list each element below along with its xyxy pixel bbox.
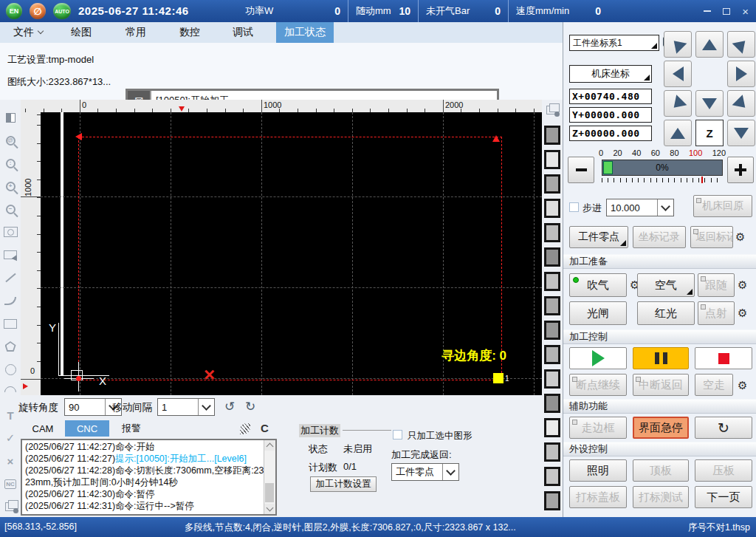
z-up-button[interactable] bbox=[664, 120, 692, 146]
maximize-icon[interactable] bbox=[723, 8, 730, 15]
layer-swatch-10[interactable] bbox=[544, 345, 560, 364]
log-tab-报警[interactable]: 报警 bbox=[109, 420, 154, 437]
work-zero-button[interactable]: 工件零点 bbox=[569, 226, 628, 248]
pause-button[interactable] bbox=[633, 347, 689, 369]
layer-swatch-6[interactable] bbox=[544, 247, 560, 267]
layer-swatch-4[interactable] bbox=[544, 199, 560, 218]
jog-right-button[interactable] bbox=[727, 61, 755, 87]
mark-cover-button[interactable]: 打标盖板 bbox=[569, 486, 627, 508]
log-tab-CAM[interactable]: CAM bbox=[21, 420, 65, 437]
resume-breakpoint-button[interactable]: 断点继续 bbox=[569, 374, 627, 396]
layer-swatch-8[interactable] bbox=[544, 296, 560, 315]
draw-rect-icon[interactable] bbox=[0, 313, 21, 334]
draw-line-icon[interactable] bbox=[0, 267, 21, 288]
menu-item-4[interactable]: 数控 bbox=[176, 22, 203, 43]
feather-icon[interactable] bbox=[240, 423, 250, 434]
chevron-down-icon[interactable] bbox=[442, 464, 458, 480]
menu-item-2[interactable]: 绘图 bbox=[68, 22, 94, 43]
chevron-down-icon[interactable] bbox=[657, 199, 673, 216]
mark-test-button[interactable]: 打标测试 bbox=[633, 486, 689, 508]
layer-swatch-2[interactable] bbox=[544, 150, 560, 169]
zoom-window-icon[interactable] bbox=[0, 222, 21, 242]
move-step-select[interactable]: 1 bbox=[157, 398, 215, 416]
next-page-button[interactable]: 下一页 bbox=[695, 486, 752, 508]
log-tab-CNC[interactable]: CNC bbox=[65, 420, 109, 437]
chevron-down-icon[interactable] bbox=[198, 399, 214, 415]
machine-coord-button[interactable]: 机床坐标 bbox=[569, 65, 652, 83]
gear-icon[interactable]: ⚙ bbox=[738, 279, 747, 290]
gear-icon[interactable]: ⚙ bbox=[735, 231, 745, 242]
rotate-ccw-cube-icon[interactable]: ↺ bbox=[224, 399, 235, 414]
minimize-icon[interactable] bbox=[704, 10, 711, 12]
follow-button[interactable]: 跟随 bbox=[698, 273, 735, 297]
machine-home-button[interactable]: 机床回原 bbox=[693, 195, 752, 217]
step-value-select[interactable]: 10.000 bbox=[606, 199, 674, 216]
jog-down-right-button[interactable] bbox=[727, 90, 755, 117]
layer-swatch-13[interactable] bbox=[544, 418, 560, 437]
scrollbar-thumb[interactable] bbox=[265, 483, 274, 502]
speed-slider[interactable]: 0% bbox=[602, 160, 723, 176]
layer-swatch-11[interactable] bbox=[544, 369, 560, 389]
gear-icon[interactable]: ⚙ bbox=[738, 380, 747, 391]
speed-plus-button[interactable] bbox=[727, 157, 754, 183]
no-entry-badge-icon[interactable]: ∅ bbox=[30, 3, 46, 19]
ui-emergency-stop-button[interactable]: 界面急停 bbox=[633, 417, 689, 439]
menu-item-5[interactable]: 调试 bbox=[230, 22, 256, 43]
zoom-object-icon[interactable]: @ bbox=[0, 130, 21, 151]
dry-run-button[interactable]: 空走 bbox=[695, 374, 733, 396]
jog-left-button[interactable] bbox=[664, 61, 692, 87]
layer-swatch-3[interactable] bbox=[544, 174, 560, 194]
shutter-button[interactable]: 光闸 bbox=[569, 301, 627, 325]
draw-polygon-icon[interactable] bbox=[0, 336, 21, 357]
layers-icon[interactable] bbox=[546, 106, 557, 114]
layer-swatch-14[interactable] bbox=[544, 442, 560, 462]
step-checkbox[interactable] bbox=[569, 202, 579, 212]
layer-swatch-12[interactable] bbox=[544, 394, 560, 413]
zoom-all-icon[interactable]: : bbox=[0, 153, 21, 174]
jog-up-left-button[interactable] bbox=[664, 31, 692, 58]
nc-icon[interactable]: NC bbox=[0, 473, 21, 494]
close-icon[interactable]: × bbox=[742, 6, 749, 17]
rotate-cw-cube-icon[interactable]: ↻ bbox=[245, 399, 255, 414]
menu-item-1[interactable]: 文件 bbox=[10, 22, 46, 43]
z-down-button[interactable] bbox=[727, 120, 755, 146]
process-settings-label[interactable]: 工艺设置:tmp-model bbox=[7, 53, 94, 66]
language-badge-icon[interactable]: EN bbox=[6, 3, 22, 19]
clear-log-icon[interactable]: C bbox=[261, 422, 269, 434]
layer-settings-icon[interactable] bbox=[0, 496, 21, 517]
speed-slider-thumb[interactable] bbox=[603, 161, 613, 174]
jog-up-button[interactable] bbox=[695, 31, 724, 58]
layer-swatch-15[interactable] bbox=[544, 467, 560, 486]
apply-icon[interactable]: ✓ bbox=[0, 428, 21, 448]
drawing-canvas[interactable]: Y X × 寻边角度: 0 1 bbox=[41, 112, 542, 395]
draw-polyline-icon[interactable] bbox=[0, 290, 21, 311]
view-select-icon[interactable] bbox=[0, 244, 21, 265]
red-light-button[interactable]: 红光 bbox=[637, 301, 695, 325]
return-position-select[interactable]: 工件零点 bbox=[391, 463, 459, 481]
layer-swatch-1[interactable] bbox=[544, 126, 560, 145]
start-button[interactable] bbox=[569, 347, 627, 369]
gear-icon[interactable]: ⚙ bbox=[738, 307, 747, 318]
menu-item-6[interactable]: 加工状态 bbox=[276, 22, 334, 43]
draw-circle-icon[interactable] bbox=[0, 359, 21, 380]
work-coord-system-select[interactable]: 工件坐标系1 bbox=[569, 35, 659, 51]
press-plate-button[interactable]: 压板 bbox=[695, 459, 752, 482]
log-scrollbar[interactable] bbox=[264, 440, 275, 514]
jog-down-button[interactable] bbox=[695, 90, 724, 117]
scroll-down-icon[interactable] bbox=[264, 504, 275, 514]
only-selected-checkbox[interactable] bbox=[393, 430, 402, 439]
layer-swatch-16[interactable] bbox=[544, 491, 560, 510]
blow-button[interactable]: 吹气 bbox=[569, 273, 627, 297]
auto-mode-badge-icon[interactable]: AUTO bbox=[53, 3, 71, 19]
spot-shot-button[interactable]: 点射 bbox=[698, 301, 735, 325]
trace-frame-button[interactable]: 走边框 bbox=[569, 417, 627, 439]
top-plate-button[interactable]: 顶板 bbox=[633, 459, 689, 482]
menu-item-3[interactable]: 常用 bbox=[123, 22, 149, 43]
layer-swatch-9[interactable] bbox=[544, 321, 560, 340]
cancel-icon[interactable]: × bbox=[0, 451, 21, 471]
coord-record-button[interactable]: 坐标记录 bbox=[633, 226, 686, 248]
layer-swatch-5[interactable] bbox=[544, 223, 560, 242]
refresh-button[interactable]: ↻ bbox=[695, 417, 752, 439]
stop-button[interactable] bbox=[695, 347, 752, 369]
counter-settings-button[interactable]: 加工计数设置 bbox=[310, 476, 377, 492]
